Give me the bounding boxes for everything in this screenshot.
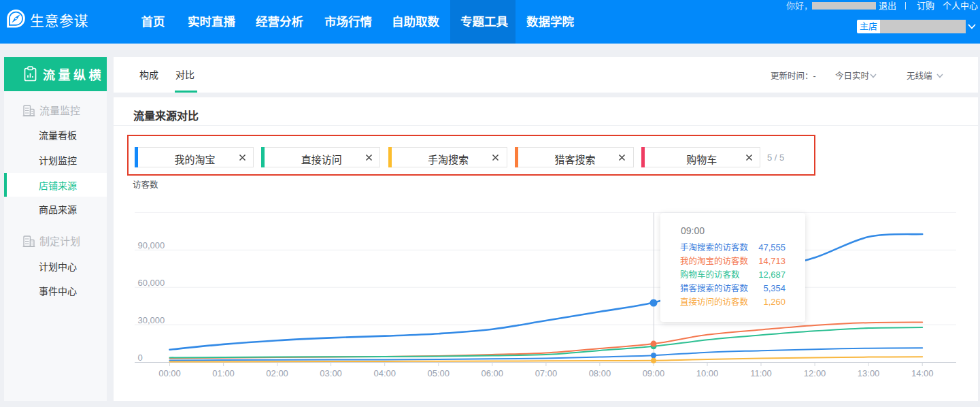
svg-text:09:00: 09:00: [643, 368, 665, 378]
svg-text:0: 0: [138, 353, 143, 363]
svg-text:02:00: 02:00: [266, 368, 288, 378]
svg-text:90,000: 90,000: [138, 240, 165, 250]
svg-text:60,000: 60,000: [138, 278, 165, 288]
svg-text:30,000: 30,000: [138, 315, 165, 325]
svg-text:08:00: 08:00: [589, 368, 611, 378]
svg-text:01:00: 01:00: [212, 368, 235, 378]
svg-text:07:00: 07:00: [535, 368, 558, 378]
svg-text:12:00: 12:00: [804, 368, 826, 378]
svg-text:03:00: 03:00: [320, 368, 342, 378]
svg-text:04:00: 04:00: [373, 368, 396, 378]
svg-text:06:00: 06:00: [481, 368, 504, 378]
svg-text:11:00: 11:00: [750, 368, 772, 378]
svg-text:05:00: 05:00: [428, 368, 450, 378]
svg-text:13:00: 13:00: [858, 368, 880, 378]
svg-text:00:00: 00:00: [158, 368, 181, 378]
svg-text:14:00: 14:00: [911, 368, 934, 378]
svg-text:10:00: 10:00: [696, 368, 719, 378]
